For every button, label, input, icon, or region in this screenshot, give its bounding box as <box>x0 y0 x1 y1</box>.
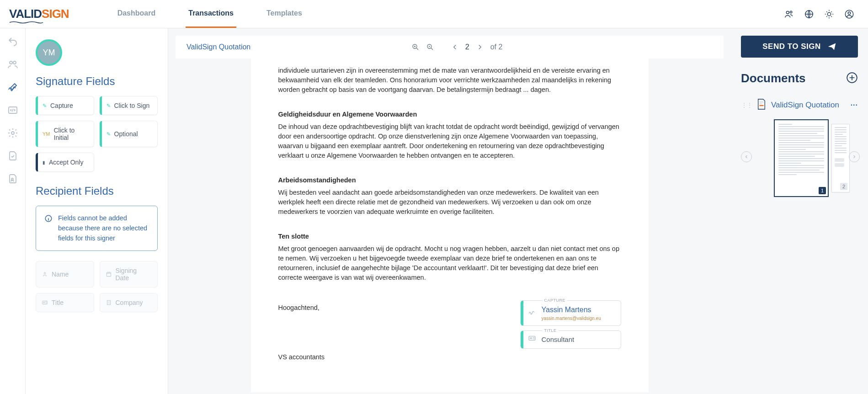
document-entry[interactable]: ⋮⋮ ValidSign Quotation ··· <box>741 98 858 112</box>
svg-point-7 <box>13 61 16 64</box>
building-icon <box>106 299 112 306</box>
field-name-disabled: Name <box>36 261 94 288</box>
add-document-button[interactable] <box>846 72 858 85</box>
next-page-button[interactable] <box>476 43 484 51</box>
document-title: ValidSign Quotation <box>186 43 250 51</box>
svg-point-9 <box>11 132 14 134</box>
signature-fields-icon[interactable] <box>7 81 19 93</box>
doc-heading: Ten slotte <box>278 233 309 240</box>
svg-rect-22 <box>759 105 763 106</box>
svg-point-5 <box>848 11 851 14</box>
settings-icon[interactable] <box>7 127 19 139</box>
prev-page-button[interactable] <box>451 43 459 51</box>
signature-icon: ✎ <box>43 103 47 109</box>
signature-icon: ✎ <box>107 103 111 109</box>
thumb-page-number: 2 <box>840 183 847 190</box>
page-thumbnail-1[interactable]: 1 <box>774 119 829 197</box>
id-card-icon <box>42 299 48 306</box>
field-optional-label: Optional <box>114 130 138 138</box>
field-click-to-sign-label: Click to Sign <box>114 102 150 109</box>
svg-point-0 <box>786 11 789 14</box>
field-company-disabled: Company <box>100 293 158 312</box>
documents-heading: Documents <box>741 71 806 85</box>
document-check-icon[interactable] <box>7 150 19 162</box>
undo-icon[interactable] <box>7 36 19 48</box>
field-company-label: Company <box>116 299 143 306</box>
calendar-icon <box>106 271 112 277</box>
capture-email: yassin.martens@validsign.eu <box>542 315 615 322</box>
field-click-to-initial[interactable]: YM Click to Initial <box>36 121 94 147</box>
signer-avatar[interactable]: YM <box>36 39 62 66</box>
tab-transactions[interactable]: Transactions <box>186 0 236 28</box>
users-icon[interactable] <box>784 9 794 19</box>
person-icon <box>42 271 48 277</box>
page-total: of 2 <box>490 43 503 51</box>
document-name: ValidSign Quotation <box>771 101 846 110</box>
id-card-icon <box>528 334 536 345</box>
thumb-prev-button[interactable] <box>741 151 752 162</box>
field-accept-only[interactable]: ▮ Accept Only <box>36 153 94 172</box>
svg-point-1 <box>790 11 792 13</box>
page-current: 2 <box>465 43 469 51</box>
svg-point-12 <box>44 272 46 274</box>
zoom-out-button[interactable] <box>426 43 434 51</box>
recipients-icon[interactable] <box>7 59 19 70</box>
signature-fields-heading: Signature Fields <box>36 75 158 88</box>
field-name-label: Name <box>52 271 69 278</box>
field-accept-only-label: Accept Only <box>49 159 83 166</box>
svg-point-6 <box>10 61 12 64</box>
side-rail <box>0 28 26 394</box>
doc-paragraph: De inhoud van deze opdrachtbevestiging b… <box>278 122 621 160</box>
document-viewer: ValidSign Quotation 2 of 2 individuele u… <box>168 28 731 394</box>
field-optional[interactable]: ✎ Optional <box>100 121 158 147</box>
capture-name: Yassin Martens <box>542 304 615 315</box>
logo: VALIDSIGN <box>9 7 69 21</box>
doc-paragraph: Met groot genoegen aanvaarden wij de opd… <box>278 244 621 282</box>
thumb-page-number: 1 <box>819 187 826 194</box>
svg-point-10 <box>11 178 13 180</box>
initials-prefix: YM <box>43 131 50 137</box>
svg-rect-19 <box>529 336 535 340</box>
signature-capture-field[interactable]: CAPTURE Yassin Martens yassin.martens@va… <box>521 300 621 326</box>
title-value: Consultant <box>542 335 615 345</box>
recipient-fields-heading: Recipient Fields <box>36 185 158 197</box>
signature-icon <box>528 308 536 319</box>
send-icon <box>827 42 836 51</box>
doc-heading: Arbeidsomstandigheden <box>278 176 356 184</box>
field-capture[interactable]: ✎ Capture <box>36 96 94 115</box>
send-to-sign-button[interactable]: SEND TO SIGN <box>741 36 858 58</box>
drag-handle-icon[interactable]: ⋮⋮ <box>741 101 752 109</box>
recipient-info-text: Fields cannot be added because there are… <box>58 213 149 243</box>
recipient-info-box: Fields cannot be added because there are… <box>36 206 158 251</box>
svg-rect-13 <box>107 272 111 277</box>
svg-rect-14 <box>43 301 48 304</box>
document-hand-icon[interactable] <box>7 173 19 185</box>
tab-dashboard[interactable]: Dashboard <box>115 0 159 28</box>
title-field[interactable]: TITLE Consultant <box>521 330 621 349</box>
accept-icon: ▮ <box>43 160 45 165</box>
document-page[interactable]: individuele uurtarieven zijn in overeens… <box>251 59 649 392</box>
field-signing-date-disabled: Signing Date <box>100 261 158 288</box>
zoom-in-button[interactable] <box>411 43 420 51</box>
document-more-button[interactable]: ··· <box>851 101 858 109</box>
doc-heading: Geldigheidsduur en Algemene Voorwaarden <box>278 111 417 118</box>
file-icon <box>756 98 767 112</box>
doc-company-line: VS accountants <box>278 352 325 362</box>
code-icon[interactable] <box>7 104 19 116</box>
capture-float-label: CAPTURE <box>543 298 568 303</box>
svg-point-15 <box>43 302 44 303</box>
tab-templates[interactable]: Templates <box>264 0 305 28</box>
field-signing-date-label: Signing Date <box>115 267 152 282</box>
field-title-disabled: Title <box>36 293 94 312</box>
field-click-to-initial-label: Click to Initial <box>54 127 89 141</box>
main-tabs: Dashboard Transactions Templates <box>115 0 305 28</box>
theme-icon[interactable] <box>824 9 834 19</box>
account-icon[interactable] <box>844 9 854 19</box>
signature-icon: ✎ <box>107 131 111 137</box>
globe-icon[interactable] <box>804 9 814 19</box>
page-thumbnail-2[interactable]: 2 <box>831 124 850 192</box>
svg-point-20 <box>530 337 532 339</box>
thumb-next-button[interactable] <box>849 151 860 162</box>
top-bar: VALIDSIGN Dashboard Transactions Templat… <box>0 0 868 28</box>
field-click-to-sign[interactable]: ✎ Click to Sign <box>100 96 158 115</box>
